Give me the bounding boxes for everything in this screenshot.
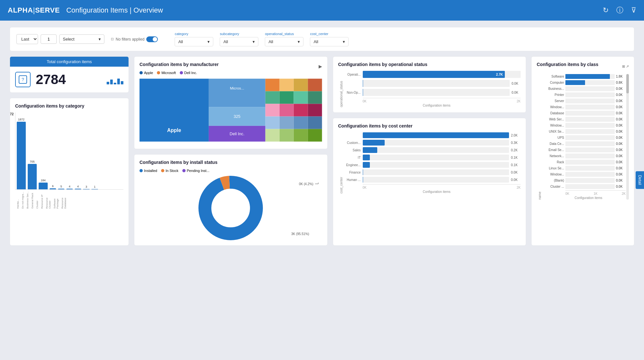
svg-rect-21 — [308, 104, 322, 116]
bar-group: 6 — [50, 185, 56, 189]
time-value-input[interactable] — [41, 34, 57, 44]
svg-rect-4 — [209, 79, 265, 107]
class-rows-container[interactable]: Software 1.8K Computer 0.8K — [542, 74, 629, 200]
legend-dell: Dell Inc. — [180, 71, 197, 75]
svg-rect-19 — [280, 104, 294, 116]
cost-bar-row-2: Sales 0.2K — [343, 147, 521, 153]
header-icons: ↻ ⓘ ⊽ — [603, 5, 636, 15]
total-widget: Total configuration items ? 2784 — [10, 56, 129, 93]
legend-instock: In Stock — [161, 169, 178, 173]
cost-bar-fill-4 — [363, 162, 370, 168]
class-scrollbar-track[interactable] — [626, 74, 629, 200]
bar-group: 184 — [39, 179, 48, 189]
small-segment-label: 0K (4.2%) — [299, 182, 319, 186]
operational-bar-fill-2 — [363, 80, 363, 87]
class-row: Server0.0K — [542, 99, 626, 103]
bar-chart-bars: 1872 705 184 — [17, 112, 122, 189]
bar — [83, 189, 90, 189]
filter-toggle[interactable] — [146, 36, 158, 42]
cost-bar-fill-5 — [363, 169, 363, 175]
cost-bar-fill-1 — [363, 140, 385, 146]
mfr-expand-icon[interactable]: ▶ — [319, 64, 322, 69]
time-filter-group: Last Select ▾ — [16, 34, 104, 44]
mfr-header: Configuration items by manufacturer ▶ — [139, 62, 322, 71]
cost-bar-track-2 — [363, 147, 509, 153]
bar — [66, 189, 73, 189]
subcategory-select[interactable]: All ▾ — [220, 37, 258, 46]
cost-bar-track-5 — [363, 169, 509, 175]
filter-icon[interactable]: ⊽ — [631, 6, 636, 14]
cost-bars: 2.0K Custom... 0.3K Sales — [343, 132, 521, 194]
logo: ALPHA|SERVE — [8, 6, 60, 14]
bar-group: 4 — [66, 185, 73, 189]
svg-text:?: ? — [22, 77, 24, 82]
svg-rect-20 — [294, 104, 308, 116]
cost-center-select[interactable]: All ▾ — [310, 37, 349, 46]
legend-microsoft: Microsoft — [157, 71, 176, 75]
legend-dot-pending — [182, 169, 186, 172]
class-row: (Blank)0.0K — [542, 178, 626, 183]
svg-text:325: 325 — [234, 114, 240, 119]
refresh-icon[interactable]: ↻ — [603, 6, 609, 14]
cost-x-label: Configuration items — [353, 190, 521, 194]
manufacturer-treemap: Apple Micros... 325 Dell Inc. — [139, 78, 322, 142]
operational-bar-row-3: Non-Op... 0.0K — [343, 89, 521, 96]
legend-dot-microsoft — [157, 71, 160, 74]
class-row: Window...0.0K — [542, 172, 626, 177]
detail-tab[interactable]: Detail — [636, 171, 644, 189]
class-row-computer: Computer 0.8K — [542, 80, 626, 85]
cost-title: Configuration items by cost center — [338, 123, 521, 128]
operational-y-axis-label: operational_status — [338, 71, 343, 107]
class-scrollbar-thumb[interactable] — [626, 74, 629, 93]
bar — [28, 164, 37, 189]
mid-right-column: Configuration items by operational statu… — [333, 56, 526, 246]
legend-installed: Installed — [139, 169, 157, 173]
svg-rect-24 — [294, 117, 308, 129]
large-label-text: 3K (95.51%) — [291, 232, 309, 236]
by-manufacturer-widget: Configuration items by manufacturer ▶ Ap… — [134, 56, 328, 149]
class-header: Configuration items by class ⊞ ↗ — [537, 62, 629, 71]
legend-label-installed: Installed — [144, 169, 157, 173]
chevron-down-icon: ▾ — [207, 39, 210, 44]
bar-group: 1 — [91, 185, 98, 189]
cost-bar-fill-2 — [363, 147, 377, 153]
chevron-down-icon: ▾ — [253, 39, 255, 44]
bar-group: 5 — [58, 185, 64, 189]
class-x-axis: 0K 1K 2K — [565, 190, 626, 195]
mid-left-column: Configuration items by manufacturer ▶ Ap… — [134, 56, 328, 246]
by-operational-widget: Configuration items by operational statu… — [333, 56, 526, 113]
cost-bar-track-4 — [363, 162, 509, 168]
total-body: ? 2784 — [10, 67, 129, 92]
class-x-label: Configuration items — [551, 196, 626, 200]
category-filter: category All ▾ — [175, 32, 213, 46]
class-expand-icon[interactable]: ⊞ ↗ — [622, 64, 629, 69]
svg-rect-10 — [265, 79, 280, 91]
category-select[interactable]: All ▾ — [175, 37, 213, 46]
svg-rect-22 — [265, 117, 280, 129]
class-row: Business...0.0K — [542, 86, 626, 91]
bar — [91, 189, 98, 189]
install-legend: Installed In Stock Pending Inst... — [139, 169, 322, 173]
cost-bar-row-4: Enginee... 0.1K — [343, 162, 521, 168]
operational-bar-fill: 2.7K — [363, 71, 505, 78]
subcategory-filter: subcategory All ▾ — [220, 32, 258, 46]
time-unit-select[interactable]: Select ▾ — [59, 34, 104, 44]
total-header: Total configuration items — [10, 57, 129, 67]
category-label: category — [175, 32, 213, 36]
by-category-widget: Configuration items by category 1872 187… — [10, 98, 129, 246]
mfr-title: Configuration items by manufacturer — [139, 62, 219, 67]
svg-rect-12 — [294, 79, 308, 91]
class-row: Cluster ...0.0K — [542, 184, 626, 189]
filter-icon-small: ⊡ — [111, 37, 114, 41]
class-row: UPS0.0K — [542, 135, 626, 140]
left-column: Total configuration items ? 2784 — [10, 56, 129, 246]
svg-text:Micros...: Micros... — [230, 86, 244, 90]
legend-dot-dell — [180, 71, 183, 74]
info-icon[interactable]: ⓘ — [616, 5, 623, 15]
svg-text:Apple: Apple — [167, 128, 181, 133]
page-title: Configuration Items | Overview — [66, 6, 596, 14]
time-period-select[interactable]: Last — [16, 34, 38, 44]
operational-status-select[interactable]: All ▾ — [265, 37, 303, 46]
class-row: Email Se...0.0K — [542, 147, 626, 152]
category-x-labels: Hardw... Do not migra... Business Ser...… — [15, 191, 123, 209]
